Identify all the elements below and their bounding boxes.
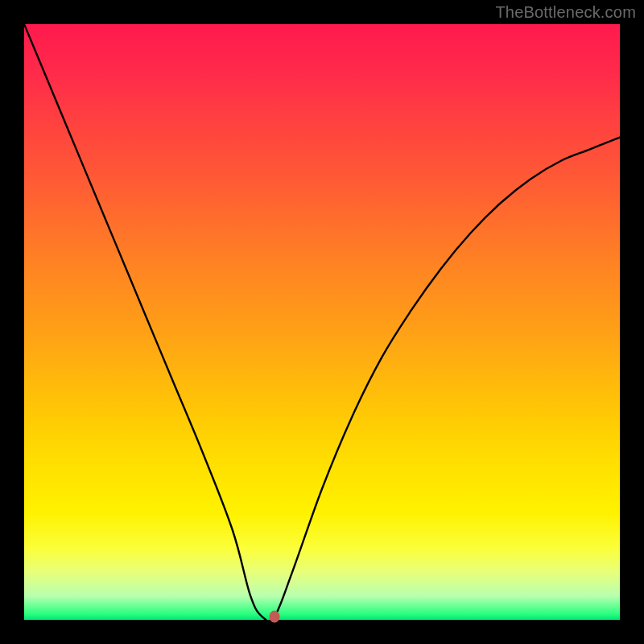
plot-area: [24, 24, 620, 620]
bottleneck-curve: [24, 24, 620, 620]
chart-frame: TheBottleneck.com: [0, 0, 644, 644]
watermark-text: TheBottleneck.com: [495, 3, 636, 22]
minimum-marker: [269, 611, 279, 623]
